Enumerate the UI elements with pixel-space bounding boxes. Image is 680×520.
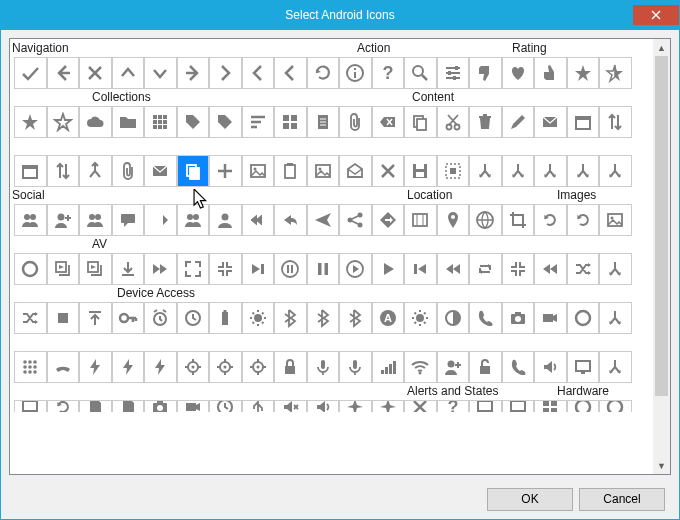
blank-icon[interactable]: [502, 155, 535, 187]
con-paste-icon[interactable]: [177, 155, 210, 187]
dev-volume-muted-icon[interactable]: [274, 400, 307, 412]
dev-screen-lock-port-icon[interactable]: [14, 400, 47, 412]
blank-icon[interactable]: [469, 155, 502, 187]
act-about-icon[interactable]: [339, 57, 372, 89]
nav-prev-icon[interactable]: [242, 57, 275, 89]
dev-cell-icon[interactable]: [372, 351, 405, 383]
con-new-attachment-icon[interactable]: [14, 155, 47, 187]
dev-switch-camera-icon[interactable]: [144, 400, 177, 412]
dev-alarms-icon[interactable]: [177, 302, 210, 334]
dev-add-alarm-icon[interactable]: [144, 302, 177, 334]
dev-upload-icon[interactable]: [79, 302, 112, 334]
con-edit-icon[interactable]: [469, 106, 502, 138]
dev-usb-icon[interactable]: [242, 400, 275, 412]
nav-prev-item-icon[interactable]: [274, 57, 307, 89]
dev-flash-off-icon[interactable]: [112, 351, 145, 383]
soc-send-icon[interactable]: [307, 204, 340, 236]
blank-icon[interactable]: [534, 155, 567, 187]
dev-dial-pad-icon[interactable]: [14, 351, 47, 383]
soc-group-icon[interactable]: [79, 204, 112, 236]
scroll-thumb[interactable]: [655, 56, 668, 396]
dev-mic-icon[interactable]: [307, 351, 340, 383]
dev-volume-on-icon[interactable]: [307, 400, 340, 412]
dev-access-icon[interactable]: [112, 302, 145, 334]
blank-icon[interactable]: [599, 351, 632, 383]
con-select-all-icon[interactable]: [339, 155, 372, 187]
av-pause-circle-icon[interactable]: [242, 253, 275, 285]
img-slideshow-icon[interactable]: [599, 204, 632, 236]
dev-brightness-hi-icon[interactable]: [242, 302, 275, 334]
act-settings-icon[interactable]: [437, 57, 470, 89]
con-new-email-icon[interactable]: [47, 155, 80, 187]
soc-cc-icon[interactable]: [177, 204, 210, 236]
dev-secure-icon[interactable]: [274, 351, 307, 383]
con-read-icon[interactable]: [242, 155, 275, 187]
alert-error-icon[interactable]: [404, 400, 437, 412]
av-rewind-icon[interactable]: [469, 253, 502, 285]
img-crop-icon[interactable]: [502, 204, 535, 236]
dev-new-account-icon[interactable]: [437, 351, 470, 383]
con-unread-icon[interactable]: [437, 155, 470, 187]
act-refresh-icon[interactable]: [307, 57, 340, 89]
nav-cancel-icon[interactable]: [79, 57, 112, 89]
av-return-full-icon[interactable]: [437, 253, 470, 285]
con-import-export-icon[interactable]: [567, 106, 600, 138]
con-picture-icon[interactable]: [209, 155, 242, 187]
ok-button[interactable]: OK: [487, 488, 573, 511]
dev-ring-volume-icon[interactable]: [534, 351, 567, 383]
dev-stop-icon[interactable]: [47, 302, 80, 334]
nav-collapse-icon[interactable]: [112, 57, 145, 89]
img-rotate-left-icon[interactable]: [534, 204, 567, 236]
cancel-button[interactable]: Cancel: [579, 488, 665, 511]
dev-gps-off-icon[interactable]: [209, 351, 242, 383]
soc-chat-icon[interactable]: [112, 204, 145, 236]
av-download-icon[interactable]: [79, 253, 112, 285]
hw-headset-icon[interactable]: [599, 400, 632, 412]
col-new-label-icon[interactable]: [209, 106, 242, 138]
hw-computer-icon[interactable]: [469, 400, 502, 412]
col-star-icon[interactable]: [14, 106, 47, 138]
dev-bluetooth-conn-icon[interactable]: [307, 302, 340, 334]
dev-time-icon[interactable]: [209, 400, 242, 412]
con-cut-icon[interactable]: [404, 106, 437, 138]
dev-gps-search-icon[interactable]: [242, 351, 275, 383]
alert-warning-icon[interactable]: ?: [437, 400, 470, 412]
dev-bluetooth-icon[interactable]: [274, 302, 307, 334]
rate-good-icon[interactable]: [534, 57, 567, 89]
soc-reply-icon[interactable]: [274, 204, 307, 236]
rate-favorite-icon[interactable]: [502, 57, 535, 89]
soc-add-group-icon[interactable]: [14, 204, 47, 236]
con-merge-icon[interactable]: [599, 106, 632, 138]
dev-data-usage-icon[interactable]: [567, 302, 600, 334]
col-labels-icon[interactable]: [177, 106, 210, 138]
col-cloud-icon[interactable]: [79, 106, 112, 138]
alert-airplane-on-icon[interactable]: [372, 400, 405, 412]
nav-expand-icon[interactable]: [144, 57, 177, 89]
av-next-icon[interactable]: [209, 253, 242, 285]
av-upload-icon[interactable]: [567, 253, 600, 285]
nav-back-icon[interactable]: [47, 57, 80, 89]
dev-flash-auto-icon[interactable]: [79, 351, 112, 383]
dev-battery-icon[interactable]: [209, 302, 242, 334]
blank-icon[interactable]: [599, 302, 632, 334]
loc-directions-icon[interactable]: [372, 204, 405, 236]
rate-bad-icon[interactable]: [469, 57, 502, 89]
loc-place-icon[interactable]: [437, 204, 470, 236]
scroll-down-icon[interactable]: ▼: [653, 457, 670, 474]
col-view-as-grid-icon[interactable]: [274, 106, 307, 138]
soc-person-icon[interactable]: [209, 204, 242, 236]
av-pause-icon[interactable]: [274, 253, 307, 285]
dev-switch-video-icon[interactable]: [177, 400, 210, 412]
nav-accept-icon[interactable]: [14, 57, 47, 89]
dev-wifi-icon[interactable]: [404, 351, 437, 383]
dev-call-icon[interactable]: [469, 302, 502, 334]
av-stop-icon[interactable]: [534, 253, 567, 285]
col-collection-icon[interactable]: [112, 106, 145, 138]
con-new-event-icon[interactable]: [79, 155, 112, 187]
rate-half-icon[interactable]: [599, 57, 632, 89]
con-remove-icon[interactable]: [274, 155, 307, 187]
dev-camera-icon[interactable]: [502, 302, 535, 334]
col-star-outline-icon[interactable]: [47, 106, 80, 138]
hw-headphones-icon[interactable]: [567, 400, 600, 412]
dev-make-call-icon[interactable]: [502, 351, 535, 383]
